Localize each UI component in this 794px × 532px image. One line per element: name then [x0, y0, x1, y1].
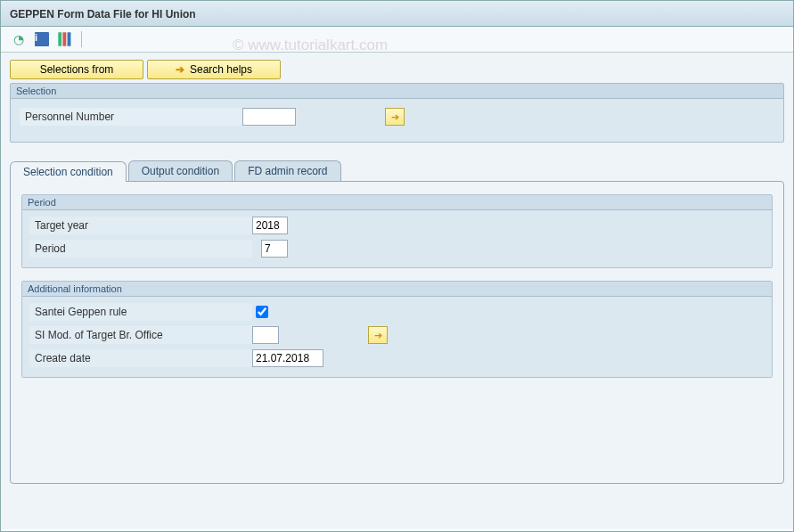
additional-info-groupbox: Additional information Santei Geppen rul…	[21, 281, 773, 378]
svg-rect-1	[62, 32, 66, 45]
selections-from-label: Selections from	[40, 63, 114, 76]
period-row: Period	[29, 237, 765, 260]
tab-panel: Period Target year Period Additional inf…	[10, 181, 784, 484]
tab-output-condition[interactable]: Output condition	[128, 160, 233, 181]
santei-row: Santei Geppen rule	[29, 300, 765, 323]
santei-checkbox[interactable]	[256, 306, 268, 318]
info-icon[interactable]: i	[33, 30, 51, 48]
execute-icon[interactable]	[10, 30, 28, 48]
personnel-number-input[interactable]	[242, 108, 296, 126]
si-mod-input[interactable]	[252, 326, 279, 344]
period-label: Period	[29, 240, 252, 258]
window-title-bar: GEPPEN Form Data File for HI Union	[1, 1, 793, 27]
toolbar-separator	[81, 31, 82, 47]
si-mod-multi-button[interactable]: ➔	[368, 326, 388, 344]
period-groupbox: Period Target year Period	[21, 194, 773, 268]
additional-info-group-title: Additional information	[22, 282, 772, 297]
button-row: Selections from ➔ Search helps	[10, 60, 784, 79]
create-date-input[interactable]	[252, 349, 323, 367]
search-helps-button[interactable]: ➔ Search helps	[147, 60, 281, 79]
target-year-label: Target year	[29, 217, 252, 234]
selections-from-button[interactable]: Selections from	[10, 60, 143, 79]
tab-selection-condition[interactable]: Selection condition	[10, 161, 127, 182]
personnel-number-label: Personnel Number	[20, 108, 242, 126]
arrow-right-icon: ➔	[176, 63, 184, 76]
tabstrip-container: Selection condition Output condition FD …	[10, 160, 784, 484]
arrow-right-icon: ➔	[374, 330, 382, 341]
variant-icon[interactable]	[56, 30, 74, 48]
search-helps-label: Search helps	[190, 63, 252, 76]
create-date-row: Create date	[29, 347, 765, 370]
content-area: Selections from ➔ Search helps Selection…	[1, 53, 793, 529]
tabstrip: Selection condition Output condition FD …	[10, 160, 784, 181]
window-title: GEPPEN Form Data File for HI Union	[10, 8, 196, 20]
svg-rect-0	[58, 32, 61, 45]
personnel-number-row: Personnel Number ➔	[20, 106, 774, 127]
period-input[interactable]	[261, 240, 288, 258]
period-group-title: Period	[22, 195, 772, 210]
target-year-row: Target year	[29, 214, 765, 237]
selection-groupbox: Selection Personnel Number ➔	[10, 83, 784, 143]
app-toolbar: i	[1, 27, 793, 53]
target-year-input[interactable]	[252, 217, 288, 234]
selection-group-title: Selection	[11, 84, 783, 99]
si-mod-row: SI Mod. of Target Br. Office ➔	[29, 323, 765, 347]
create-date-label: Create date	[29, 349, 252, 367]
si-mod-label: SI Mod. of Target Br. Office	[29, 326, 252, 344]
personnel-number-multi-button[interactable]: ➔	[385, 108, 405, 126]
arrow-right-icon: ➔	[391, 111, 399, 123]
tab-fd-admin-record[interactable]: FD admin record	[234, 160, 340, 181]
svg-rect-2	[68, 32, 71, 45]
santei-label: Santei Geppen rule	[29, 303, 252, 321]
